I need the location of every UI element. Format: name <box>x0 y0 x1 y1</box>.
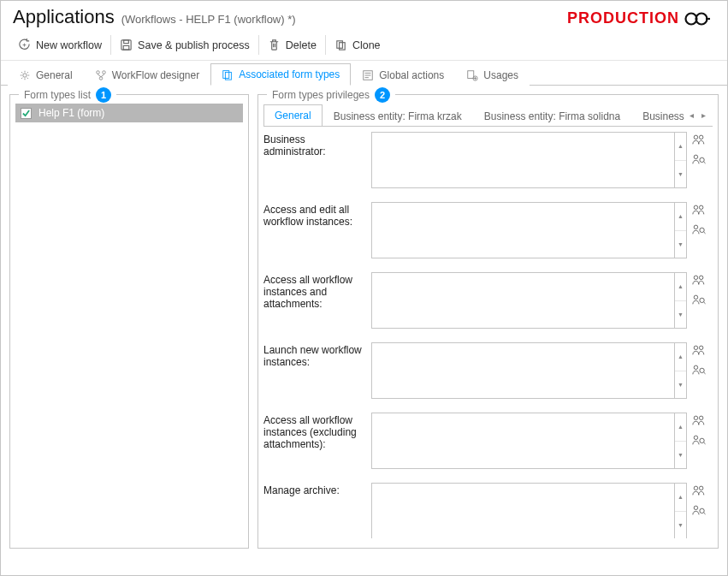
privilege-field[interactable]: ▲▼ <box>371 413 687 469</box>
priv-tab-entity-1[interactable]: Business entity: Firma krzak <box>323 105 473 127</box>
delete-button[interactable]: Delete <box>259 35 326 55</box>
find-users-icon[interactable] <box>692 364 709 378</box>
find-users-icon[interactable] <box>692 504 709 519</box>
tab-scroll-left-button[interactable]: ◂ <box>685 108 697 122</box>
clone-button[interactable]: Clone <box>326 35 389 55</box>
add-users-icon[interactable] <box>692 344 709 359</box>
tab-general-label: General <box>36 69 73 81</box>
privilege-field[interactable]: ▲▼ <box>371 272 687 329</box>
spinner-down-button[interactable]: ▼ <box>675 441 686 469</box>
svg-point-11 <box>99 76 103 80</box>
privilege-actions <box>692 272 709 329</box>
svg-point-31 <box>694 365 697 369</box>
spinner-up-button[interactable]: ▲ <box>675 343 686 371</box>
svg-point-37 <box>694 486 697 490</box>
privilege-field[interactable]: ▲▼ <box>371 132 687 188</box>
spinner-up-button[interactable]: ▲ <box>675 273 686 300</box>
svg-point-34 <box>699 416 702 419</box>
privilege-row: Manage archive:▲▼ <box>263 483 709 538</box>
tab-global-actions[interactable]: Global actions <box>351 63 455 86</box>
form-types-privileges-legend-text: Form types privileges <box>272 89 370 101</box>
privilege-actions <box>692 342 709 399</box>
usages-icon <box>466 69 478 81</box>
form-type-checkbox[interactable] <box>21 108 32 119</box>
svg-point-22 <box>699 205 702 209</box>
find-users-icon[interactable] <box>692 434 709 448</box>
spinner-up-button[interactable]: ▲ <box>675 484 686 511</box>
form-types-privileges-legend: Form types privileges 2 <box>267 87 395 103</box>
spinner-up-button[interactable]: ▲ <box>675 413 686 441</box>
spinner-up-button[interactable]: ▲ <box>675 203 686 230</box>
find-users-icon[interactable] <box>692 153 709 168</box>
svg-rect-15 <box>468 70 474 78</box>
svg-point-18 <box>699 135 702 139</box>
form-types-privileges-panel: Form types privileges 2 General Business… <box>257 94 719 549</box>
clone-icon <box>334 39 347 51</box>
priv-tab-entity-2[interactable]: Business entity: Firma solidna <box>473 105 631 127</box>
svg-point-25 <box>694 276 697 279</box>
save-publish-button[interactable]: Save & publish process <box>111 35 259 55</box>
svg-point-19 <box>694 155 697 158</box>
privilege-field[interactable]: ▲▼ <box>371 202 687 258</box>
tab-global-actions-label: Global actions <box>379 69 444 81</box>
privileges-body: Business administrator:▲▼Access and edit… <box>263 127 713 538</box>
privilege-field[interactable]: ▲▼ <box>371 342 687 399</box>
spinner-down-button[interactable]: ▼ <box>675 300 686 329</box>
spinner-down-button[interactable]: ▼ <box>675 160 686 188</box>
privilege-spinner: ▲▼ <box>674 413 686 468</box>
tab-general[interactable]: General <box>8 63 84 86</box>
add-users-icon[interactable] <box>692 134 709 148</box>
form-type-list-item[interactable]: Help F1 (form) <box>15 104 243 122</box>
svg-point-29 <box>694 346 697 349</box>
privilege-spinner: ▲▼ <box>674 343 686 398</box>
privilege-row: Launch new workflow instances:▲▼ <box>263 342 709 399</box>
add-users-icon[interactable] <box>692 204 709 218</box>
privilege-actions <box>692 413 709 469</box>
find-users-icon[interactable] <box>692 294 709 308</box>
svg-point-40 <box>700 508 704 513</box>
tab-workflow-designer[interactable]: WorkFlow designer <box>84 63 210 86</box>
badge-2: 2 <box>375 87 390 103</box>
spinner-down-button[interactable]: ▼ <box>675 511 686 539</box>
priv-tab-entity-3[interactable]: Business entity: WEB <box>631 105 685 127</box>
privilege-actions <box>692 202 709 258</box>
tab-scroll-right-button[interactable]: ▸ <box>697 108 709 122</box>
brand-logo-icon <box>684 10 710 27</box>
save-publish-label: Save & publish process <box>138 39 250 51</box>
new-workflow-label: New workflow <box>36 39 102 51</box>
privilege-label: Launch new workflow instances: <box>263 342 366 399</box>
privilege-spinner: ▲▼ <box>674 203 686 258</box>
find-users-icon[interactable] <box>692 223 709 238</box>
form-types-list-legend-text: Form types list <box>24 89 91 101</box>
svg-point-33 <box>694 416 697 419</box>
tab-associated-form-types[interactable]: Associated form types <box>210 63 351 86</box>
priv-tab-entity-2-label: Business entity: Firma solidna <box>484 110 620 122</box>
add-users-icon[interactable] <box>692 414 709 429</box>
spinner-down-button[interactable]: ▼ <box>675 230 686 258</box>
svg-point-32 <box>700 368 704 372</box>
priv-tab-general[interactable]: General <box>263 104 323 127</box>
brand-label: PRODUCTION <box>567 9 717 27</box>
priv-tab-entity-3-label: Business entity: WEB <box>642 110 685 122</box>
tab-usages[interactable]: Usages <box>455 63 530 86</box>
svg-rect-5 <box>123 45 129 50</box>
priv-tab-general-label: General <box>275 110 311 122</box>
clone-label: Clone <box>352 39 381 51</box>
check-icon <box>22 110 30 117</box>
new-workflow-button[interactable]: New workflow <box>9 35 111 55</box>
page-subtitle: (Workflows - HELP F1 (workflow) *) <box>121 13 296 26</box>
svg-point-28 <box>700 298 704 302</box>
spinner-down-button[interactable]: ▼ <box>675 371 686 399</box>
privilege-field[interactable]: ▲▼ <box>371 483 687 538</box>
privilege-spinner: ▲▼ <box>674 133 686 187</box>
privilege-spinner: ▲▼ <box>674 484 686 538</box>
forms-icon <box>222 68 234 80</box>
tab-workflow-designer-label: WorkFlow designer <box>112 69 199 81</box>
add-users-icon[interactable] <box>692 274 709 288</box>
trash-icon <box>268 39 281 51</box>
svg-point-27 <box>694 295 697 299</box>
svg-point-10 <box>102 70 105 74</box>
svg-point-38 <box>699 486 702 490</box>
spinner-up-button[interactable]: ▲ <box>675 133 686 160</box>
add-users-icon[interactable] <box>692 484 709 499</box>
